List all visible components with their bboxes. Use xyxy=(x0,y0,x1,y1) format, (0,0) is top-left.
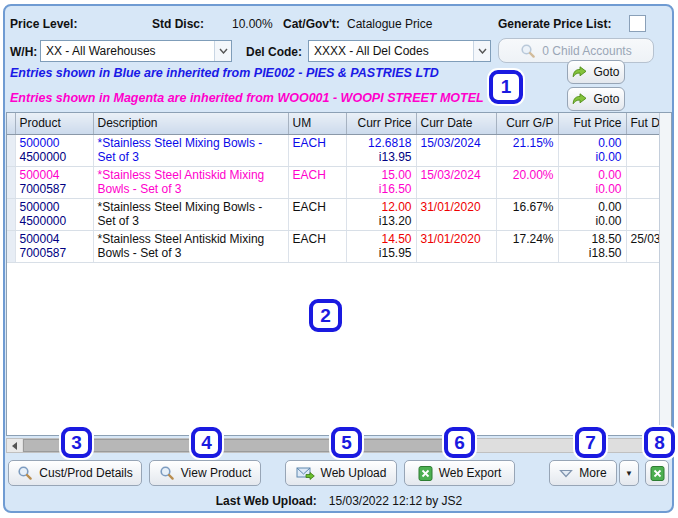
view-product-label: View Product xyxy=(181,466,251,480)
cell-curr_date: 31/01/2020 xyxy=(416,198,496,230)
search-icon xyxy=(520,43,536,59)
magenta-inherit-legend: Entries shown in Magenta are inherited f… xyxy=(10,91,484,105)
warehouse-select[interactable]: XX - All Warehouses xyxy=(40,40,232,62)
cell-curr_price: 12.00i13.20 xyxy=(346,198,416,230)
goto-button-label: Goto xyxy=(593,65,619,79)
table-header-row: ProductDescriptionUMCurr PriceCurr DateC… xyxy=(7,113,660,134)
cell-curr_price: 12.6818i13.95 xyxy=(346,134,416,166)
cust-prod-details-label: Cust/Prod Details xyxy=(39,466,132,480)
cell-fut_price: 0.00i0.00 xyxy=(558,134,626,166)
goto-arrow-icon xyxy=(572,93,587,105)
annotation-badge-7: 7 xyxy=(575,427,606,458)
more-button[interactable]: More xyxy=(549,460,617,486)
goto-blue-button[interactable]: Goto xyxy=(567,60,625,84)
cell-fut_price: 0.00i0.00 xyxy=(558,198,626,230)
annotation-badge-5: 5 xyxy=(331,427,362,458)
del-code-select-value: XXXX - All Del Codes xyxy=(309,44,473,58)
price-level-label: Price Level: xyxy=(10,17,77,31)
cell-curr_date: 31/01/2020 xyxy=(416,230,496,262)
cell-curr_date: 15/03/2024 xyxy=(416,134,496,166)
column-header[interactable]: Curr G/P xyxy=(496,113,558,134)
del-code-select[interactable]: XXXX - All Del Codes xyxy=(308,40,491,62)
blue-inherit-legend: Entries shown in Blue are inherited from… xyxy=(10,66,439,80)
column-header[interactable]: Description xyxy=(93,113,288,134)
web-upload-button[interactable]: Web Upload xyxy=(285,460,397,486)
cell-curr_price: 14.50i15.95 xyxy=(346,230,416,262)
upload-mail-icon xyxy=(296,466,315,480)
column-header[interactable]: Fut Da xyxy=(626,113,660,134)
cell-fut_date xyxy=(626,134,660,166)
cell-desc: *Stainless Steel Mixing Bowls - Set of 3 xyxy=(93,134,288,166)
price-grid[interactable]: ProductDescriptionUMCurr PriceCurr DateC… xyxy=(6,112,672,436)
cell-um: EACH xyxy=(288,134,346,166)
annotation-badge-4: 4 xyxy=(191,427,222,458)
excel-export-icon xyxy=(418,466,433,481)
price-table: ProductDescriptionUMCurr PriceCurr DateC… xyxy=(7,113,661,263)
table-row[interactable]: 5000004500000*Stainless Steel Mixing Bow… xyxy=(7,134,660,166)
cell-curr_gp: 20.00% xyxy=(496,166,558,198)
cell-curr_date: 15/03/2024 xyxy=(416,166,496,198)
column-header[interactable]: Curr Price xyxy=(346,113,416,134)
row-selector-header xyxy=(7,113,15,134)
wh-label: W/H: xyxy=(10,45,37,59)
warehouse-select-value: XX - All Warehouses xyxy=(41,44,214,58)
cell-desc: *Stainless Steel Antiskid Mixing Bowls -… xyxy=(93,166,288,198)
child-accounts-label: 0 Child Accounts xyxy=(542,44,631,58)
cell-product: 5000047000587 xyxy=(15,230,93,262)
cell-curr_gp: 17.24% xyxy=(496,230,558,262)
column-header[interactable]: UM xyxy=(288,113,346,134)
table-row[interactable]: 5000004500000*Stainless Steel Mixing Bow… xyxy=(7,198,660,230)
cell-fut_date: 25/03/2 xyxy=(626,230,660,262)
cell-um: EACH xyxy=(288,198,346,230)
excel-export-icon xyxy=(650,466,665,481)
chevron-down-icon xyxy=(473,41,490,61)
annotation-badge-8: 8 xyxy=(644,427,675,458)
cell-curr_gp: 16.67% xyxy=(496,198,558,230)
scroll-left-arrow[interactable] xyxy=(7,439,22,452)
last-web-upload-label: Last Web Upload: xyxy=(216,494,317,508)
generate-price-list-label: Generate Price List: xyxy=(498,17,611,31)
chevron-down-icon xyxy=(214,41,231,61)
column-header[interactable]: Product xyxy=(15,113,93,134)
row-selector[interactable] xyxy=(7,166,15,198)
cell-product: 5000047000587 xyxy=(15,166,93,198)
table-row[interactable]: 5000047000587*Stainless Steel Antiskid M… xyxy=(7,166,660,198)
goto-magenta-button[interactable]: Goto xyxy=(567,87,625,111)
column-header[interactable]: Fut Price xyxy=(558,113,626,134)
cell-product: 5000004500000 xyxy=(15,198,93,230)
cell-fut_date xyxy=(626,166,660,198)
cell-desc: *Stainless Steel Antiskid Mixing Bowls -… xyxy=(93,230,288,262)
annotation-badge-3: 3 xyxy=(61,427,92,458)
cust-prod-details-button[interactable]: Cust/Prod Details xyxy=(8,460,142,486)
dropdown-arrow-icon: ▼ xyxy=(625,469,633,478)
web-upload-label: Web Upload xyxy=(321,466,387,480)
search-icon xyxy=(17,465,33,481)
cell-curr_gp: 21.15% xyxy=(496,134,558,166)
std-disc-label: Std Disc: xyxy=(152,17,204,31)
row-selector[interactable] xyxy=(7,198,15,230)
row-selector[interactable] xyxy=(7,230,15,262)
cell-um: EACH xyxy=(288,230,346,262)
view-product-button[interactable]: View Product xyxy=(149,460,261,486)
vertical-scrollbar[interactable] xyxy=(659,113,671,435)
chevron-down-icon xyxy=(559,469,573,478)
del-code-label: Del Code: xyxy=(246,45,302,59)
generate-price-list-checkbox[interactable] xyxy=(629,15,646,32)
more-label: More xyxy=(579,466,606,480)
excel-quick-export-button[interactable] xyxy=(645,460,669,486)
cat-gov-value: Catalogue Price xyxy=(347,17,432,31)
web-export-button[interactable]: Web Export xyxy=(404,460,515,486)
goto-button-label: Goto xyxy=(593,92,619,106)
row-selector[interactable] xyxy=(7,134,15,166)
cell-curr_price: 15.00i16.50 xyxy=(346,166,416,198)
status-bar: Last Web Upload: 15/03/2022 12:12 by JS2 xyxy=(0,494,678,508)
cell-fut_date xyxy=(626,198,660,230)
std-disc-value: 10.00% xyxy=(232,17,273,31)
cell-desc: *Stainless Steel Mixing Bowls - Set of 3 xyxy=(93,198,288,230)
column-header[interactable]: Curr Date xyxy=(416,113,496,134)
more-dropdown-button[interactable]: ▼ xyxy=(619,460,639,486)
last-web-upload-value: 15/03/2022 12:12 by JS2 xyxy=(329,494,462,508)
cell-product: 5000004500000 xyxy=(15,134,93,166)
table-row[interactable]: 5000047000587*Stainless Steel Antiskid M… xyxy=(7,230,660,262)
annotation-badge-1: 1 xyxy=(489,70,523,104)
